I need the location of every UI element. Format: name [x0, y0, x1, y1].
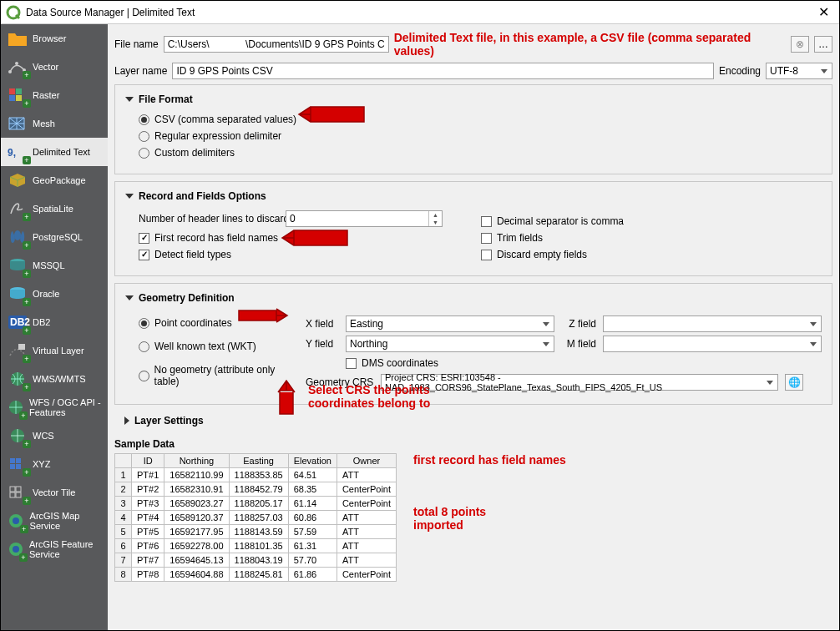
sidebar-item-xyz[interactable]: +XYZ — [1, 450, 108, 478]
table-row[interactable]: 1PT#116582110.991188353.8564.51ATT — [115, 468, 397, 482]
sidebar-item-geopackage[interactable]: GeoPackage — [1, 166, 108, 194]
checkbox-icon — [139, 233, 149, 244]
yfield-dropdown[interactable]: Northing — [346, 336, 554, 352]
browse-button[interactable]: … — [814, 36, 832, 53]
svg-rect-6 — [9, 95, 15, 101]
sidebar-item-spatialite[interactable]: +SpatiaLite — [1, 194, 108, 223]
sample-data-label: Sample Data — [114, 438, 832, 450]
table-row[interactable]: 8PT#816594604.881188245.8161.86CenterPoi… — [115, 568, 397, 582]
checkbox-icon — [481, 233, 492, 244]
zfield-dropdown[interactable] — [603, 316, 822, 332]
sidebar-item-arcgis-map[interactable]: +ArcGIS Map Service — [1, 507, 108, 535]
chevron-right-icon — [124, 416, 129, 425]
sidebar-item-oracle[interactable]: +Oracle — [1, 280, 108, 308]
layer-settings-header[interactable]: Layer Settings — [114, 411, 832, 430]
radio-icon — [139, 371, 149, 381]
svg-rect-4 — [9, 88, 15, 94]
sidebar-item-wcs[interactable]: +WCS — [1, 422, 108, 450]
sidebar-item-wms[interactable]: +WMS/WMTS — [1, 365, 108, 393]
sidebar-item-browser[interactable]: Browser — [1, 24, 108, 53]
no-geometry-radio[interactable]: No geometry (attribute only table) — [139, 364, 297, 387]
checkbox-icon — [481, 250, 492, 260]
file-format-header[interactable]: File Format — [125, 93, 822, 105]
trim-fields-check[interactable]: Trim fields — [481, 232, 624, 244]
virtual-layer-icon: + — [6, 340, 29, 361]
encoding-dropdown[interactable]: UTF-8 — [766, 63, 832, 79]
annotation-csv-file: Delimited Text file, in this example, a … — [394, 31, 786, 58]
close-button[interactable]: ✕ — [813, 4, 834, 20]
table-row[interactable]: 7PT#716594645.131188043.1957.70ATT — [115, 553, 397, 568]
content-panel: File name Delimited Text file, in this e… — [108, 24, 839, 630]
spatialite-icon: + — [6, 198, 29, 220]
wkt-radio[interactable]: Well known text (WKT) — [139, 341, 297, 352]
encoding-label: Encoding — [719, 65, 761, 77]
sidebar-item-mesh[interactable]: Mesh — [1, 109, 108, 138]
crs-select-button[interactable]: 🌐 — [785, 374, 803, 391]
crs-label: Geometry CRS — [306, 376, 374, 388]
geometry-panel: Geometry Definition Point coordinates We… — [114, 283, 832, 405]
sidebar-item-vector-tile[interactable]: +Vector Tile — [1, 478, 108, 507]
sample-data-table: IDNorthingEastingElevationOwner 1PT#1165… — [114, 453, 397, 582]
svg-point-27 — [13, 517, 19, 524]
svg-rect-5 — [16, 88, 22, 94]
regex-radio[interactable]: Regular expression delimiter — [139, 130, 822, 142]
mfield-dropdown[interactable] — [603, 336, 822, 352]
oracle-icon: + — [6, 283, 29, 305]
sidebar-item-mssql[interactable]: +MSSQL — [1, 251, 108, 280]
mssql-icon: + — [6, 255, 29, 276]
discard-spinner[interactable]: ▲▼ — [286, 210, 443, 227]
spin-up-icon[interactable]: ▲ — [429, 211, 442, 219]
zfield-label: Z field — [561, 318, 596, 330]
postgresql-icon: + — [6, 226, 29, 248]
table-row[interactable]: 6PT#616592278.001188101.3561.31ATT — [115, 539, 397, 553]
globe-icon: 🌐 — [788, 376, 801, 388]
point-coords-radio[interactable]: Point coordinates — [139, 317, 297, 329]
dms-check[interactable]: DMS coordinates — [346, 357, 822, 369]
table-row[interactable]: 2PT#216582310.911188452.7968.35CenterPoi… — [115, 482, 397, 497]
record-fields-header[interactable]: Record and Fields Options — [125, 190, 822, 202]
radio-icon — [139, 148, 149, 159]
svg-point-1 — [8, 70, 12, 73]
decimal-comma-check[interactable]: Decimal separator is comma — [481, 215, 624, 227]
layer-name-input[interactable] — [172, 63, 714, 79]
svg-point-29 — [13, 546, 19, 553]
sidebar-item-raster[interactable]: +Raster — [1, 81, 108, 109]
detect-types-check[interactable]: Detect field types — [139, 249, 456, 260]
svg-rect-19 — [16, 458, 21, 463]
arcgis-feature-icon: + — [6, 538, 26, 560]
radio-icon — [139, 131, 149, 142]
raster-icon: + — [6, 84, 29, 106]
sidebar: Browser +Vector +Raster Mesh 9,+Delimite… — [1, 24, 108, 630]
crs-dropdown[interactable]: Project CRS: ESRI:103548 - NAD_1983_CORS… — [381, 374, 778, 391]
sidebar-item-delimited-text[interactable]: 9,+Delimited Text — [1, 138, 108, 166]
sidebar-item-postgresql[interactable]: +PostgreSQL — [1, 223, 108, 251]
discard-empty-check[interactable]: Discard empty fields — [481, 249, 624, 260]
file-name-input[interactable] — [164, 36, 389, 53]
sidebar-item-db2[interactable]: DB2+DB2 — [1, 308, 108, 336]
close-icon: ⊗ — [796, 38, 804, 50]
sidebar-item-arcgis-feature[interactable]: +ArcGIS Feature Service — [1, 535, 108, 563]
table-row[interactable]: 5PT#516592177.951188143.5957.59ATT — [115, 525, 397, 539]
table-row[interactable]: 3PT#316589023.271188205.1761.14CenterPoi… — [115, 497, 397, 511]
discard-label: Number of header lines to discard — [139, 213, 281, 225]
record-fields-panel: Record and Fields Options Number of head… — [114, 181, 832, 276]
clear-file-button[interactable]: ⊗ — [791, 36, 809, 53]
spin-down-icon[interactable]: ▼ — [429, 219, 442, 226]
geometry-header[interactable]: Geometry Definition — [125, 292, 822, 304]
chevron-down-icon — [125, 97, 134, 102]
xfield-label: X field — [306, 318, 339, 330]
mesh-icon — [6, 113, 29, 134]
sidebar-item-vector[interactable]: +Vector — [1, 53, 108, 81]
svg-rect-25 — [16, 492, 21, 497]
csv-radio[interactable]: CSV (comma separated values) — [139, 114, 822, 125]
sidebar-item-wfs[interactable]: +WFS / OGC API - Features — [1, 393, 108, 422]
titlebar: Data Source Manager | Delimited Text ✕ — [1, 1, 839, 24]
sidebar-item-virtual-layer[interactable]: +Virtual Layer — [1, 336, 108, 365]
xfield-dropdown[interactable]: Easting — [346, 316, 554, 332]
chevron-down-icon — [125, 194, 134, 199]
checkbox-icon — [139, 250, 149, 260]
svg-rect-24 — [10, 492, 15, 497]
first-record-check[interactable]: First record has field names — [139, 232, 456, 244]
custom-radio[interactable]: Custom delimiters — [139, 147, 822, 159]
table-row[interactable]: 4PT#416589120.371188257.0360.86ATT — [115, 511, 397, 525]
